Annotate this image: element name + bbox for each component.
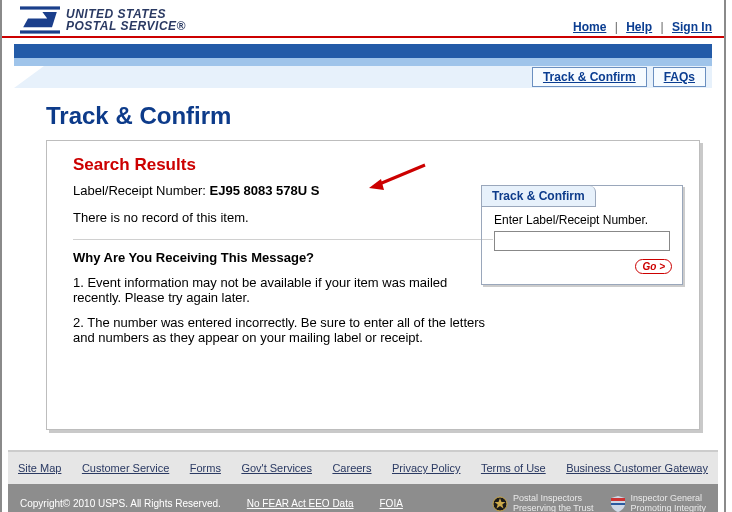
- footer-forms[interactable]: Forms: [190, 462, 221, 474]
- footer-bcg[interactable]: Business Customer Gateway: [566, 462, 708, 474]
- label-number: EJ95 8083 578U S: [210, 183, 320, 198]
- footer-nofear[interactable]: No FEAR Act EEO Data: [247, 498, 354, 509]
- brand-line2: POSTAL SERVICE®: [66, 20, 186, 32]
- nav-bar-primary: [14, 44, 712, 58]
- home-link[interactable]: Home: [573, 20, 606, 34]
- track-sidebar-title: Track & Confirm: [482, 186, 596, 207]
- eagle-icon: [20, 6, 60, 34]
- svg-rect-7: [611, 503, 625, 505]
- divider: [73, 239, 493, 240]
- copyright-text: Copyright© 2010 USPS. All Rights Reserve…: [20, 498, 221, 509]
- label-prefix: Label/Receipt Number:: [73, 183, 210, 198]
- nav-bar-secondary: [14, 58, 712, 66]
- footer-sitemap[interactable]: Site Map: [18, 462, 61, 474]
- label-number-input[interactable]: [494, 231, 670, 251]
- page-title: Track & Confirm: [46, 102, 724, 130]
- postal-inspectors-badge[interactable]: Postal InspectorsPreserving the Trust: [492, 494, 594, 512]
- nav-bar-tabs: Track & Confirm FAQs: [14, 66, 712, 88]
- inspector-general-badge[interactable]: Inspector GeneralPromoting Integrity: [611, 494, 706, 512]
- footer-privacy[interactable]: Privacy Policy: [392, 462, 460, 474]
- results-heading: Search Results: [73, 155, 683, 175]
- shield-icon: [611, 496, 625, 512]
- signin-link[interactable]: Sign In: [672, 20, 712, 34]
- reason-2: 2. The number was entered incorrectly. B…: [73, 315, 493, 345]
- enter-label-prompt: Enter Label/Receipt Number.: [494, 213, 672, 227]
- track-sidebar: Track & Confirm Enter Label/Receipt Numb…: [481, 185, 683, 285]
- go-button[interactable]: Go >: [635, 259, 672, 274]
- svg-rect-6: [611, 498, 625, 501]
- footer-customer[interactable]: Customer Service: [82, 462, 169, 474]
- svg-rect-2: [20, 30, 60, 33]
- reason-1: 1. Event information may not be availabl…: [73, 275, 493, 305]
- tab-faqs[interactable]: FAQs: [653, 67, 706, 87]
- footer-gov[interactable]: Gov't Services: [241, 462, 312, 474]
- star-badge-icon: [492, 496, 508, 512]
- footer-terms[interactable]: Terms of Use: [481, 462, 546, 474]
- top-nav: Home | Help | Sign In: [573, 20, 712, 34]
- help-link[interactable]: Help: [626, 20, 652, 34]
- footer-dark-bar: Copyright© 2010 USPS. All Rights Reserve…: [8, 484, 718, 512]
- results-panel: Search Results Label/Receipt Number: EJ9…: [46, 140, 700, 430]
- usps-logo: UNITED STATES POSTAL SERVICE®: [20, 6, 186, 34]
- footer-foia[interactable]: FOIA: [380, 498, 403, 509]
- svg-rect-1: [20, 6, 60, 9]
- footer-careers[interactable]: Careers: [332, 462, 371, 474]
- header-redline: [2, 36, 724, 38]
- tab-track-confirm[interactable]: Track & Confirm: [532, 67, 647, 87]
- footer-links-bar: Site Map Customer Service Forms Gov't Se…: [8, 450, 718, 484]
